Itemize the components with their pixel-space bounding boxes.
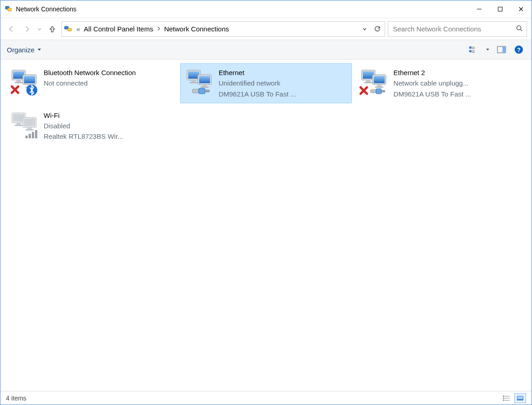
connection-detail: Realtek RTL8723BS Wir... [44,131,173,142]
connection-item[interactable]: Wi-FiDisabledRealtek RTL8723BS Wir... [5,106,177,146]
title-bar: Network Connections [0,0,532,18]
up-button[interactable] [46,23,59,35]
breadcrumb-overflow[interactable]: « [75,25,82,33]
connection-name: Ethernet 2 [393,67,523,78]
svg-rect-10 [472,51,475,51]
svg-rect-57 [32,132,34,138]
view-options-button[interactable] [467,43,480,56]
svg-rect-35 [205,90,210,92]
address-bar[interactable]: « All Control Panel Items Network Connec… [61,21,385,37]
network-icon [184,67,216,96]
svg-rect-7 [472,47,475,48]
address-icon [64,25,73,34]
svg-text:?: ? [517,46,521,53]
forward-button[interactable] [20,23,33,35]
recent-locations-button[interactable] [36,23,43,35]
items-grid: Bluetooth Network ConnectionNot connecte… [5,63,527,146]
organize-label: Organize [7,46,35,54]
svg-rect-8 [472,48,475,49]
svg-rect-11 [472,52,475,53]
view-options-dropdown[interactable] [484,43,491,56]
back-button[interactable] [5,23,18,35]
connection-name: Ethernet [219,67,348,78]
search-input[interactable] [392,25,516,33]
connection-detail: DM9621A USB To Fast ... [219,89,348,99]
svg-rect-61 [503,397,504,399]
search-box[interactable] [388,21,527,37]
svg-rect-34 [199,88,205,94]
connection-labels: EthernetUnidentified networkDM9621A USB … [219,67,348,99]
address-history-button[interactable] [359,22,370,36]
status-bar: 4 items [0,391,532,405]
svg-rect-4 [68,28,71,31]
item-count: 4 items [6,395,26,402]
connection-item[interactable]: Ethernet 2Network cable unplugg...DM9621… [355,63,527,103]
details-view-button[interactable] [501,393,512,403]
connection-name: Wi-Fi [44,110,173,121]
organize-button[interactable]: Organize [7,46,41,54]
tiles-view-button[interactable] [514,393,526,403]
network-icon [9,110,41,139]
maximize-button[interactable] [490,0,511,18]
command-bar: Organize ? [0,40,532,60]
connection-labels: Bluetooth Network ConnectionNot connecte… [44,67,173,89]
window-title: Network Connections [16,5,76,13]
connection-item[interactable]: Bluetooth Network ConnectionNot connecte… [5,63,177,103]
connection-labels: Ethernet 2Network cable unplugg...DM9621… [393,67,523,99]
connection-name: Bluetooth Network Connection [44,67,173,78]
close-button[interactable] [511,0,532,18]
svg-rect-6 [469,46,472,49]
chevron-down-icon [37,48,41,52]
svg-rect-1 [8,8,11,11]
svg-rect-58 [35,130,37,138]
breadcrumb-parent[interactable]: All Control Panel Items [84,25,153,33]
svg-rect-33 [192,89,199,93]
window: Network Connections [0,0,532,405]
preview-pane-button[interactable] [495,43,508,56]
svg-rect-2 [498,7,502,11]
svg-rect-45 [376,89,381,94]
app-icon [5,5,12,13]
nav-row: « All Control Panel Items Network Connec… [0,18,532,40]
connection-status: Disabled [44,121,173,131]
svg-rect-13 [502,46,506,53]
breadcrumb-current[interactable]: Network Connections [164,25,229,33]
svg-rect-63 [503,400,504,401]
connection-item[interactable]: EthernetUnidentified networkDM9621A USB … [180,63,352,103]
help-button[interactable]: ? [512,43,525,56]
content-area[interactable]: Bluetooth Network ConnectionNot connecte… [0,60,532,391]
svg-point-5 [517,26,521,30]
minimize-button[interactable] [469,0,490,18]
svg-rect-56 [29,134,31,138]
connection-status: Not connected [44,78,173,88]
svg-rect-55 [25,136,28,138]
connection-detail: DM9621A USB To Fast ... [393,89,523,99]
svg-rect-62 [505,398,510,398]
svg-rect-66 [517,396,523,399]
svg-rect-64 [505,400,510,400]
network-icon [9,67,41,96]
svg-rect-9 [469,50,472,52]
svg-rect-59 [503,395,504,397]
search-icon[interactable] [516,25,523,33]
connection-status: Unidentified network [219,78,348,88]
svg-rect-44 [371,90,376,93]
connection-status: Network cable unplugg... [393,78,523,88]
connection-labels: Wi-FiDisabledRealtek RTL8723BS Wir... [44,110,173,142]
svg-rect-60 [505,396,510,396]
refresh-button[interactable] [372,22,383,36]
network-icon [359,67,391,96]
breadcrumb-sep-icon [155,25,162,33]
svg-rect-46 [381,90,385,92]
